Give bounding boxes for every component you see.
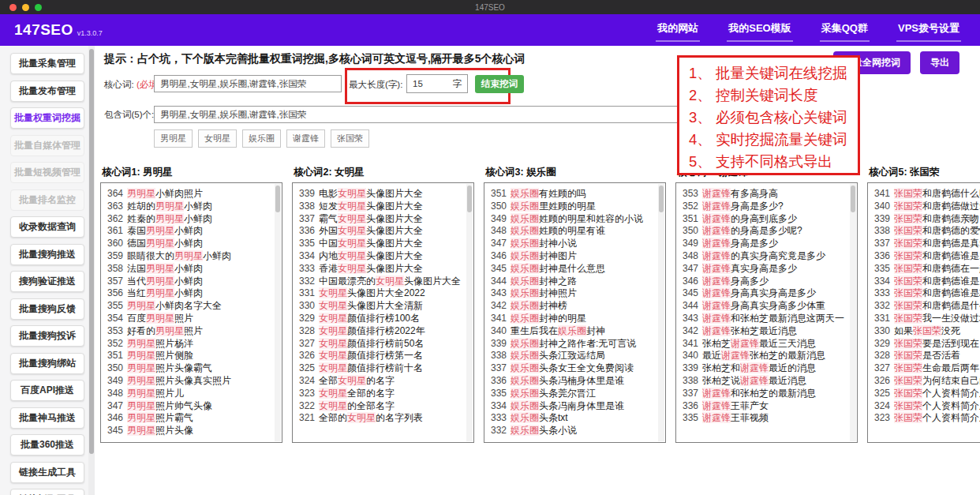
sidebar-item-6[interactable]: 收录数据查询	[10, 216, 84, 238]
sidebar-item-10[interactable]: 批量搜狗投诉	[10, 325, 84, 347]
keyword-row: 344谢霆锋身高真实身高多少体重	[683, 300, 846, 313]
include-tag-4[interactable]: 张国荣	[331, 129, 369, 148]
keyword-row: 340重生后我在娱乐圈封神	[491, 325, 654, 338]
feature-annotation-box: 1、 批量关键词在线挖掘2、 控制关键词长度3、 必须包含核心关键词4、 实时挖…	[677, 55, 860, 175]
keyword-row: 340最近谢霆锋张柏芝的最新消息	[683, 350, 846, 362]
keyword-row: 337张国荣和唐鹤德是真爱吗	[874, 238, 980, 250]
keyword-row: 345男明星照片头像	[107, 425, 271, 437]
keyword-row: 361泰国男明星小鲜肉	[107, 225, 271, 238]
keyword-row: 338娱乐圈头条江致远结局	[491, 350, 654, 362]
keyword-row: 336娱乐圈头条冯楠身体里是谁	[491, 375, 654, 388]
keyword-column-2: 核心词2: 女明星339电影女明星头像图片大全338短发女明星头像图片大全337…	[292, 166, 474, 443]
sidebar-scrollbar[interactable]	[88, 46, 95, 495]
listbox-scrollbar-thumb[interactable]	[659, 186, 664, 212]
sidebar-item-9[interactable]: 批量搜狗反馈	[10, 298, 84, 320]
sidebar-item-7[interactable]: 批量搜狗推送	[10, 244, 84, 265]
keyword-row: 351娱乐圈有姓顾的吗	[491, 188, 654, 201]
keyword-row: 359眼睛很大的男明星小鲜肉	[107, 250, 271, 263]
listbox-scrollbar[interactable]	[658, 184, 664, 441]
nav-item-3[interactable]: VPS拨号设置	[896, 18, 961, 42]
keyword-row: 348男明星照片儿	[107, 388, 271, 400]
keyword-columns: 核心词1: 男明星364男明星小鲜肉照片363姓胡的男明星小鲜肉362姓秦的男明…	[100, 166, 980, 443]
finish-dig-button[interactable]: 结束挖词	[475, 75, 524, 93]
app-header: 147SEO v1.3.0.7 我的网站我的SEO模版采集QQ群VPS拨号设置	[0, 14, 980, 46]
keyword-row: 339张国荣和唐鹤德亲吻	[874, 213, 980, 226]
nav-item-1[interactable]: 我的SEO模版	[727, 18, 792, 42]
app-logo: 147SEO	[14, 21, 73, 39]
sidebar-item-15[interactable]: 链接生成工具	[10, 462, 84, 483]
keyword-row: 341张柏芝谢霆锋最近三天消息	[683, 338, 846, 351]
sidebar-item-8[interactable]: 搜狗验证推送	[10, 271, 84, 292]
sidebar-item-4: 批量短视频管理	[10, 162, 84, 183]
listbox-scrollbar[interactable]	[466, 184, 473, 441]
keyword-row: 337霸气女明星头像图片大全	[299, 213, 462, 226]
sidebar-item-5: 批量排名监控	[10, 189, 84, 211]
keyword-row: 339电影女明星头像图片大全	[299, 188, 462, 201]
keyword-listbox-4[interactable]: 353谢霆锋有多高身高352谢霆锋身高是多少?351谢霆锋的身高到底多少350谢…	[675, 182, 858, 443]
keyword-row: 351谢霆锋的身高到底多少	[683, 213, 846, 226]
annotation-line-5: 5、 支持不同格式导出	[689, 151, 858, 173]
keyword-row: 332中国最漂亮的女明星头像图片大全	[299, 276, 462, 288]
export-button[interactable]: 导出	[920, 51, 959, 74]
maxlen-value: 15	[413, 79, 423, 88]
keyword-row: 339娱乐圈封神之路作者:无可言说	[491, 338, 654, 351]
sidebar-item-14[interactable]: 批量360推送	[10, 434, 84, 456]
maxlen-suffix: 字	[453, 78, 462, 90]
include-tag-0[interactable]: 男明星	[154, 129, 193, 148]
include-tag-1[interactable]: 女明星	[198, 129, 237, 148]
column-title-3: 核心词3: 娱乐圈	[485, 166, 666, 179]
keyword-listbox-2[interactable]: 339电影女明星头像图片大全338短发女明星头像图片大全337霸气女明星头像图片…	[292, 182, 474, 443]
keyword-row: 331张国荣我一生没做过坏事	[874, 313, 980, 325]
keyword-listbox-1[interactable]: 364男明星小鲜肉照片363姓胡的男明星小鲜肉362姓秦的男明星小鲜肉361泰国…	[100, 182, 282, 443]
keyword-row: 340张国荣和唐鹤德做过爱吗?	[874, 201, 980, 213]
maxlen-input[interactable]: 15 字	[406, 74, 468, 93]
keyword-row: 355男明星小鲜肉名字大全	[107, 300, 271, 313]
keyword-row: 335张国荣和唐鹤德在一起多少年	[874, 263, 980, 276]
sidebar-item-0[interactable]: 批量采集管理	[10, 53, 84, 74]
keyword-row: 321全部的女明星的名字列表	[299, 412, 462, 425]
sidebar-scrollbar-thumb[interactable]	[89, 49, 94, 454]
keyword-row: 342娱乐圈封神榜	[491, 300, 654, 313]
keyword-row: 323张国荣个人资料简介及图片	[874, 412, 980, 425]
keyword-row: 339张柏芝和谢霆锋最近的消息	[683, 362, 846, 375]
keyword-listbox-5[interactable]: 341张国荣和唐鹤德什么时候公开的340张国荣和唐鹤德做过爱吗?339张国荣和唐…	[867, 182, 980, 443]
keyword-row: 348谢霆锋的真实身高究竟是多少	[683, 250, 846, 263]
keyword-row: 334娱乐圈头条冯南身体里是谁	[491, 400, 654, 413]
nav-item-2[interactable]: 采集QQ群	[820, 18, 870, 42]
include-tag-2[interactable]: 娱乐圈	[242, 129, 281, 148]
keyword-row: 343谢霆锋和张柏芝最新消息这两天一	[683, 313, 846, 325]
include-words-label: 包含词(5)个:	[104, 109, 154, 121]
include-words-input[interactable]	[154, 106, 679, 123]
nav-item-0[interactable]: 我的网站	[656, 18, 700, 42]
listbox-scrollbar[interactable]	[275, 184, 281, 441]
core-word-input[interactable]	[154, 75, 342, 92]
listbox-scrollbar-thumb[interactable]	[275, 186, 280, 212]
keyword-row: 333娱乐圈头条txt	[491, 412, 654, 425]
maxlen-label: 最大长度(字):	[349, 79, 402, 91]
sidebar-item-13[interactable]: 批量神马推送	[10, 407, 84, 429]
keyword-row: 332娱乐圈头条小说	[491, 425, 654, 437]
keyword-column-1: 核心词1: 男明星364男明星小鲜肉照片363姓胡的男明星小鲜肉362姓秦的男明…	[100, 166, 282, 443]
keyword-row: 341娱乐圈封神的明星	[491, 313, 654, 325]
listbox-scrollbar-thumb[interactable]	[467, 186, 472, 212]
listbox-scrollbar-thumb[interactable]	[851, 186, 855, 212]
sidebar-item-2[interactable]: 批量权重词挖掘	[10, 107, 84, 129]
include-tag-3[interactable]: 谢霆锋	[286, 129, 325, 148]
keyword-row: 337娱乐圈头条女王全文免费阅读	[491, 362, 654, 375]
column-title-1: 核心词1: 男明星	[102, 166, 282, 179]
sidebar-item-12[interactable]: 百度API推送	[10, 380, 84, 401]
keyword-row: 330如果张国荣没死	[874, 325, 980, 338]
sidebar-item-16[interactable]: 链接抓取工具	[10, 489, 84, 495]
listbox-scrollbar[interactable]	[850, 184, 856, 441]
keyword-row: 335娱乐圈头条莞尔晋江	[491, 388, 654, 400]
keyword-listbox-3[interactable]: 351娱乐圈有姓顾的吗350娱乐圈里姓顾的明星349娱乐圈姓顾的明星和姓容的小说…	[484, 182, 666, 443]
sidebar-item-11[interactable]: 批量搜狗绑站	[10, 353, 84, 374]
keyword-row: 342谢霆锋张柏芝最近消息	[683, 325, 846, 338]
keyword-row: 360德国男明星小鲜肉	[107, 238, 271, 250]
keyword-row: 334内地女明星头像图片大全	[299, 250, 462, 263]
sidebar-item-1[interactable]: 批量发布管理	[10, 81, 84, 102]
keyword-row: 326女明星颜值排行榜第一名	[299, 350, 462, 362]
include-word-tags: 男明星女明星娱乐圈谢霆锋张国荣	[154, 129, 369, 148]
keyword-row: 337谢霆锋和张柏芝的最新消息	[683, 388, 846, 400]
keyword-row: 343娱乐圈封神照片	[491, 287, 654, 300]
